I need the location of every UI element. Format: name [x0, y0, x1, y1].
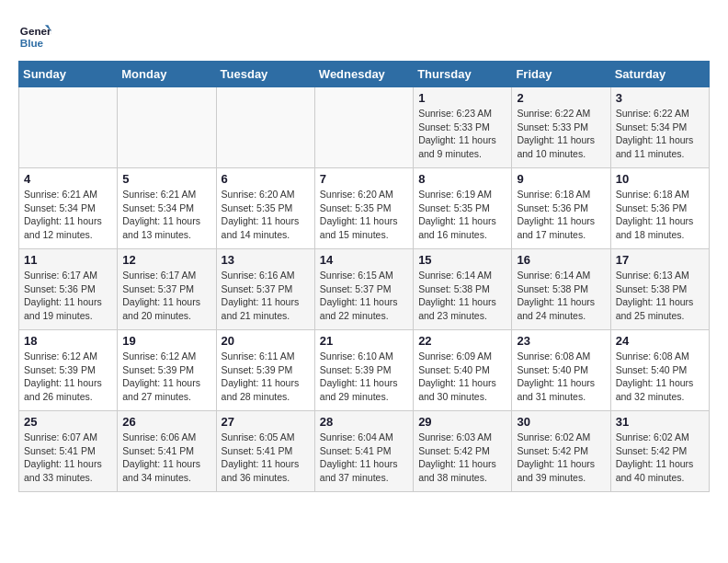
calendar-cell: 23Sunrise: 6:08 AM Sunset: 5:40 PM Dayli… — [512, 330, 610, 411]
calendar-week-row: 18Sunrise: 6:12 AM Sunset: 5:39 PM Dayli… — [19, 330, 710, 411]
day-detail: Sunrise: 6:04 AM Sunset: 5:41 PM Dayligh… — [320, 431, 408, 485]
day-number: 6 — [222, 172, 310, 186]
day-number: 30 — [517, 415, 605, 429]
calendar-cell: 19Sunrise: 6:12 AM Sunset: 5:39 PM Dayli… — [118, 330, 216, 411]
calendar-header-row: SundayMondayTuesdayWednesdayThursdayFrid… — [19, 62, 710, 87]
day-number: 16 — [517, 253, 605, 267]
day-detail: Sunrise: 6:05 AM Sunset: 5:41 PM Dayligh… — [222, 431, 310, 485]
calendar-cell: 17Sunrise: 6:13 AM Sunset: 5:38 PM Dayli… — [610, 249, 709, 330]
day-number: 26 — [122, 415, 210, 429]
calendar-cell: 28Sunrise: 6:04 AM Sunset: 5:41 PM Dayli… — [314, 411, 413, 492]
day-number: 23 — [517, 334, 605, 348]
day-number: 14 — [320, 253, 408, 267]
day-detail: Sunrise: 6:22 AM Sunset: 5:34 PM Dayligh… — [616, 107, 704, 161]
day-detail: Sunrise: 6:21 AM Sunset: 5:34 PM Dayligh… — [24, 188, 112, 242]
calendar-cell: 11Sunrise: 6:17 AM Sunset: 5:36 PM Dayli… — [19, 249, 118, 330]
day-detail: Sunrise: 6:23 AM Sunset: 5:33 PM Dayligh… — [418, 107, 506, 161]
calendar-cell: 5Sunrise: 6:21 AM Sunset: 5:34 PM Daylig… — [118, 168, 216, 249]
day-detail: Sunrise: 6:17 AM Sunset: 5:36 PM Dayligh… — [24, 269, 112, 323]
day-number: 17 — [616, 253, 704, 267]
calendar-table: SundayMondayTuesdayWednesdayThursdayFrid… — [18, 61, 710, 492]
day-detail: Sunrise: 6:17 AM Sunset: 5:37 PM Dayligh… — [122, 269, 210, 323]
calendar-cell: 1Sunrise: 6:23 AM Sunset: 5:33 PM Daylig… — [414, 87, 512, 168]
calendar-cell: 9Sunrise: 6:18 AM Sunset: 5:36 PM Daylig… — [512, 168, 610, 249]
calendar-cell: 10Sunrise: 6:18 AM Sunset: 5:36 PM Dayli… — [610, 168, 709, 249]
day-detail: Sunrise: 6:13 AM Sunset: 5:38 PM Dayligh… — [616, 269, 704, 323]
calendar-cell: 6Sunrise: 6:20 AM Sunset: 5:35 PM Daylig… — [216, 168, 314, 249]
day-detail: Sunrise: 6:18 AM Sunset: 5:36 PM Dayligh… — [616, 188, 704, 242]
day-number: 10 — [616, 172, 704, 186]
day-detail: Sunrise: 6:12 AM Sunset: 5:39 PM Dayligh… — [122, 350, 210, 404]
calendar-week-row: 11Sunrise: 6:17 AM Sunset: 5:36 PM Dayli… — [19, 249, 710, 330]
day-number: 13 — [222, 253, 310, 267]
day-detail: Sunrise: 6:09 AM Sunset: 5:40 PM Dayligh… — [418, 350, 506, 404]
day-detail: Sunrise: 6:11 AM Sunset: 5:39 PM Dayligh… — [222, 350, 310, 404]
svg-text:Blue: Blue — [20, 37, 44, 49]
calendar-cell: 18Sunrise: 6:12 AM Sunset: 5:39 PM Dayli… — [19, 330, 118, 411]
day-number: 19 — [122, 334, 210, 348]
calendar-cell — [19, 87, 118, 168]
day-detail: Sunrise: 6:02 AM Sunset: 5:42 PM Dayligh… — [517, 431, 605, 485]
day-number: 4 — [24, 172, 112, 186]
calendar-cell: 15Sunrise: 6:14 AM Sunset: 5:38 PM Dayli… — [414, 249, 512, 330]
calendar-cell: 8Sunrise: 6:19 AM Sunset: 5:35 PM Daylig… — [414, 168, 512, 249]
day-detail: Sunrise: 6:22 AM Sunset: 5:33 PM Dayligh… — [517, 107, 605, 161]
weekday-header: Monday — [118, 62, 216, 87]
day-number: 3 — [616, 91, 704, 105]
day-detail: Sunrise: 6:15 AM Sunset: 5:37 PM Dayligh… — [320, 269, 408, 323]
day-detail: Sunrise: 6:19 AM Sunset: 5:35 PM Dayligh… — [418, 188, 506, 242]
calendar-cell: 16Sunrise: 6:14 AM Sunset: 5:38 PM Dayli… — [512, 249, 610, 330]
calendar-cell — [118, 87, 216, 168]
day-detail: Sunrise: 6:07 AM Sunset: 5:41 PM Dayligh… — [24, 431, 112, 485]
day-number: 22 — [418, 334, 506, 348]
day-detail: Sunrise: 6:10 AM Sunset: 5:39 PM Dayligh… — [320, 350, 408, 404]
day-number: 1 — [418, 91, 506, 105]
day-detail: Sunrise: 6:14 AM Sunset: 5:38 PM Dayligh… — [517, 269, 605, 323]
day-number: 29 — [418, 415, 506, 429]
day-number: 25 — [24, 415, 112, 429]
calendar-cell: 25Sunrise: 6:07 AM Sunset: 5:41 PM Dayli… — [19, 411, 118, 492]
calendar-cell: 26Sunrise: 6:06 AM Sunset: 5:41 PM Dayli… — [118, 411, 216, 492]
weekday-header: Tuesday — [216, 62, 314, 87]
weekday-header: Thursday — [414, 62, 512, 87]
day-number: 11 — [24, 253, 112, 267]
calendar-cell: 27Sunrise: 6:05 AM Sunset: 5:41 PM Dayli… — [216, 411, 314, 492]
day-detail: Sunrise: 6:14 AM Sunset: 5:38 PM Dayligh… — [418, 269, 506, 323]
calendar-cell: 21Sunrise: 6:10 AM Sunset: 5:39 PM Dayli… — [314, 330, 413, 411]
calendar-cell — [314, 87, 413, 168]
page-header: General Blue — [18, 18, 710, 52]
day-detail: Sunrise: 6:06 AM Sunset: 5:41 PM Dayligh… — [122, 431, 210, 485]
day-detail: Sunrise: 6:16 AM Sunset: 5:37 PM Dayligh… — [222, 269, 310, 323]
day-number: 8 — [418, 172, 506, 186]
logo: General Blue — [18, 18, 57, 52]
day-detail: Sunrise: 6:03 AM Sunset: 5:42 PM Dayligh… — [418, 431, 506, 485]
calendar-cell: 7Sunrise: 6:20 AM Sunset: 5:35 PM Daylig… — [314, 168, 413, 249]
day-number: 20 — [222, 334, 310, 348]
calendar-cell: 29Sunrise: 6:03 AM Sunset: 5:42 PM Dayli… — [414, 411, 512, 492]
weekday-header: Sunday — [19, 62, 118, 87]
day-detail: Sunrise: 6:20 AM Sunset: 5:35 PM Dayligh… — [222, 188, 310, 242]
calendar-cell: 31Sunrise: 6:02 AM Sunset: 5:42 PM Dayli… — [610, 411, 709, 492]
calendar-cell: 30Sunrise: 6:02 AM Sunset: 5:42 PM Dayli… — [512, 411, 610, 492]
day-detail: Sunrise: 6:12 AM Sunset: 5:39 PM Dayligh… — [24, 350, 112, 404]
calendar-cell: 20Sunrise: 6:11 AM Sunset: 5:39 PM Dayli… — [216, 330, 314, 411]
day-number: 31 — [616, 415, 704, 429]
day-detail: Sunrise: 6:21 AM Sunset: 5:34 PM Dayligh… — [122, 188, 210, 242]
day-number: 2 — [517, 91, 605, 105]
day-number: 18 — [24, 334, 112, 348]
weekday-header: Friday — [512, 62, 610, 87]
day-number: 27 — [222, 415, 310, 429]
calendar-cell: 3Sunrise: 6:22 AM Sunset: 5:34 PM Daylig… — [610, 87, 709, 168]
calendar-cell — [216, 87, 314, 168]
day-number: 15 — [418, 253, 506, 267]
calendar-cell: 24Sunrise: 6:08 AM Sunset: 5:40 PM Dayli… — [610, 330, 709, 411]
day-number: 7 — [320, 172, 408, 186]
calendar-cell: 12Sunrise: 6:17 AM Sunset: 5:37 PM Dayli… — [118, 249, 216, 330]
day-number: 28 — [320, 415, 408, 429]
day-number: 21 — [320, 334, 408, 348]
day-detail: Sunrise: 6:02 AM Sunset: 5:42 PM Dayligh… — [616, 431, 704, 485]
day-number: 5 — [122, 172, 210, 186]
calendar-week-row: 25Sunrise: 6:07 AM Sunset: 5:41 PM Dayli… — [19, 411, 710, 492]
calendar-week-row: 1Sunrise: 6:23 AM Sunset: 5:33 PM Daylig… — [19, 87, 710, 168]
day-detail: Sunrise: 6:18 AM Sunset: 5:36 PM Dayligh… — [517, 188, 605, 242]
